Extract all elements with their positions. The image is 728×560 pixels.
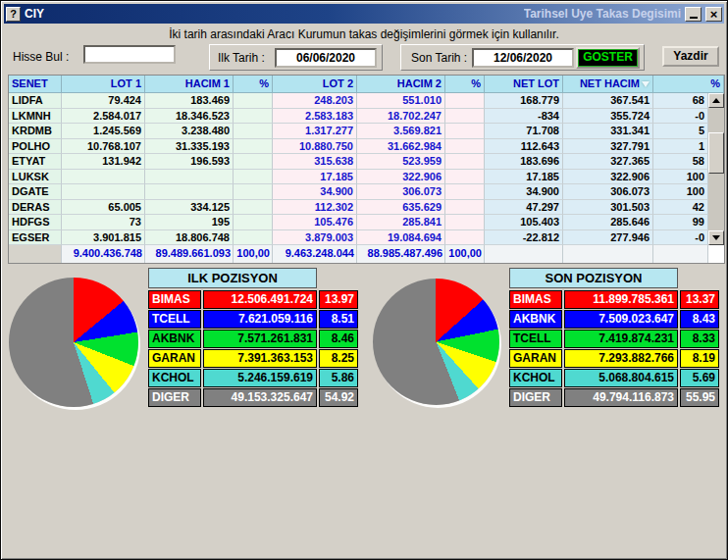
table-cell: [445, 154, 485, 170]
yazdir-button[interactable]: Yazdir: [662, 46, 719, 67]
table-row[interactable]: DGATE34.900306.07334.900306.073100: [9, 184, 708, 200]
table-cell: [234, 124, 273, 139]
position-pct-cell: 8.43: [680, 310, 719, 329]
table-cell: 3.901.815: [62, 230, 145, 246]
table-cell: 79.424: [62, 93, 145, 109]
ilk-pozisyon-body: BIMAS12.506.491.72413.97TCELL7.621.059.1…: [148, 290, 358, 407]
table-row[interactable]: LKMNH2.584.01718.346.5232.583.18318.702.…: [9, 109, 708, 125]
column-header-hacim-1[interactable]: HACIM 1: [145, 76, 234, 93]
totals-cell: [9, 245, 62, 263]
totals-cell: [485, 245, 563, 263]
table-row[interactable]: EGSER3.901.81518.806.7483.879.00319.084.…: [9, 230, 708, 246]
table-cell: 196.593: [145, 154, 234, 170]
table-cell: 17.185: [485, 170, 563, 185]
totals-cell: 89.489.661.093: [145, 245, 234, 263]
position-row: TCELL7.621.059.1168.51: [148, 310, 358, 329]
table-cell: 100: [653, 184, 708, 200]
position-name-cell: DIGER: [509, 388, 562, 407]
position-row: GARAN7.293.882.7668.19: [509, 349, 719, 368]
table-cell: LKMNH: [9, 109, 62, 125]
totals-cell: [563, 245, 653, 263]
position-pct-cell: 55.95: [680, 388, 719, 407]
ilk-tarih-label: Ilk Tarih :: [218, 51, 265, 65]
table-cell: 327.365: [563, 154, 653, 170]
table-cell: [234, 215, 273, 230]
position-name-cell: BIMAS: [148, 290, 201, 309]
hisse-bul-input[interactable]: [83, 45, 176, 64]
app-window: ? CIY Tarihsel Uye Takas Degisimi × İki …: [0, 0, 728, 560]
hisse-bul-label: Hisse Bul :: [13, 50, 69, 64]
table-cell: 131.942: [62, 154, 145, 170]
table-cell: 58: [653, 154, 708, 170]
scrollbar-thumb[interactable]: [708, 132, 724, 174]
table-cell: 301.503: [563, 200, 653, 216]
totals-cell: 9.463.248.044: [273, 245, 357, 263]
table-row[interactable]: ETYAT131.942196.593315.638523.959183.696…: [9, 154, 708, 170]
table-cell: 19.084.694: [357, 230, 445, 246]
column-header-senet[interactable]: SENET: [9, 76, 62, 93]
table-row[interactable]: LIDFA79.424183.469248.203551.010168.7793…: [9, 93, 708, 109]
position-val-cell: 7.419.874.231: [564, 330, 678, 348]
window-title: CIY: [25, 7, 44, 21]
table-row[interactable]: LUKSK17.185322.90617.185322.906100: [9, 170, 708, 185]
table-cell: 99: [653, 215, 708, 230]
table-cell: 285.841: [357, 215, 445, 230]
ilk-tarih-field[interactable]: 06/06/2020: [275, 48, 377, 68]
help-icon[interactable]: ?: [6, 7, 21, 22]
position-name-cell: BIMAS: [509, 290, 562, 309]
main-table-header: SENETLOT 1HACIM 1%LOT 2HACIM 2%NET LOTNE…: [9, 76, 724, 93]
totals-cell: 88.985.487.496: [357, 245, 445, 263]
son-tarih-label: Son Tarih :: [411, 51, 467, 65]
table-cell: [445, 215, 485, 230]
son-tarih-field[interactable]: 12/06/2020: [472, 48, 574, 68]
table-cell: [145, 170, 234, 185]
table-cell: 306.073: [357, 184, 445, 200]
column-header-hacim-2[interactable]: HACIM 2: [357, 76, 445, 93]
position-name-cell: DIGER: [148, 388, 201, 407]
goster-button[interactable]: GOSTER: [576, 47, 640, 69]
column-header-%[interactable]: %: [234, 76, 273, 93]
column-header-net-hacim[interactable]: NET HACIM: [563, 76, 653, 93]
position-val-cell: 7.621.059.116: [203, 310, 317, 329]
table-cell: 73: [62, 215, 145, 230]
table-cell: 315.638: [273, 154, 357, 170]
son-pozisyon-pie-chart: [373, 279, 499, 405]
table-cell: [234, 93, 273, 109]
table-cell: [145, 184, 234, 200]
scroll-up-icon: [712, 98, 720, 103]
minimize-icon: [690, 17, 698, 19]
vertical-scrollbar[interactable]: [708, 93, 724, 245]
column-header-lot-2[interactable]: LOT 2: [273, 76, 357, 93]
position-pct-cell: 8.51: [319, 310, 358, 329]
column-header-%[interactable]: %: [653, 76, 724, 93]
scroll-up-button[interactable]: [708, 93, 724, 108]
table-cell: [445, 139, 485, 155]
table-cell: 2.583.183: [273, 109, 357, 125]
table-cell: POLHO: [9, 139, 62, 155]
column-header-lot-1[interactable]: LOT 1: [62, 76, 145, 93]
totals-cell: 9.400.436.748: [62, 245, 145, 263]
close-button[interactable]: ×: [705, 7, 722, 22]
scroll-down-button[interactable]: [708, 230, 724, 245]
table-cell: 18.702.247: [357, 109, 445, 125]
column-header-net-lot[interactable]: NET LOT: [485, 76, 563, 93]
position-pct-cell: 5.86: [319, 369, 358, 387]
table-row[interactable]: DERAS65.005334.125112.302635.62947.29730…: [9, 200, 708, 216]
position-row: GARAN7.391.363.1538.25: [148, 349, 358, 368]
minimize-button[interactable]: [685, 7, 702, 22]
table-cell: 10.880.750: [273, 139, 357, 155]
table-cell: 1: [653, 139, 708, 155]
table-cell: 31.662.984: [357, 139, 445, 155]
column-header-%[interactable]: %: [445, 76, 485, 93]
table-row[interactable]: HDFGS73195105.476285.841105.403285.64699: [9, 215, 708, 230]
table-cell: DGATE: [9, 184, 62, 200]
table-row[interactable]: POLHO10.768.10731.335.19310.880.75031.66…: [9, 139, 708, 155]
table-row[interactable]: KRDMB1.245.5693.238.4801.317.2773.569.82…: [9, 124, 708, 139]
main-table-totals-row: 9.400.436.74889.489.661.093100,009.463.2…: [9, 245, 708, 263]
table-cell: 277.946: [563, 230, 653, 246]
title-bar: ? CIY Tarihsel Uye Takas Degisimi ×: [4, 4, 724, 24]
table-cell: [445, 230, 485, 246]
son-pozisyon-body: BIMAS11.899.785.36113.37AKBNK7.509.023.6…: [509, 290, 719, 407]
position-name-cell: AKBNK: [148, 330, 201, 348]
position-name-cell: KCHOL: [509, 369, 562, 387]
